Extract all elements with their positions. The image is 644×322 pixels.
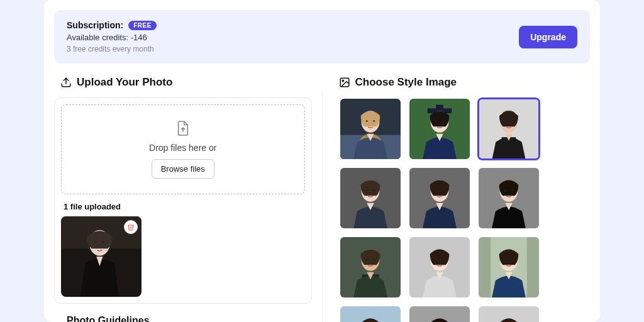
svg-point-37 <box>511 189 513 191</box>
style-option-1[interactable] <box>408 97 471 160</box>
svg-point-7 <box>342 80 343 81</box>
plan-badge: FREE <box>128 21 157 30</box>
style-option-6[interactable] <box>339 236 402 299</box>
subscription-label: Subscription: <box>67 20 123 30</box>
image-icon <box>339 77 350 88</box>
credits-note: 3 free credits every month <box>67 45 157 53</box>
svg-rect-50 <box>526 237 538 297</box>
credits-text: Available credits: -146 <box>67 33 157 42</box>
svg-point-28 <box>365 189 367 191</box>
uploaded-count-label: 1 file uploaded <box>64 202 303 211</box>
svg-point-36 <box>504 189 506 191</box>
style-grid <box>333 97 591 322</box>
svg-point-47 <box>442 258 444 260</box>
file-upload-icon <box>176 120 190 136</box>
svg-point-24 <box>504 121 506 122</box>
svg-point-52 <box>504 258 506 260</box>
upload-title-text: Upload Your Photo <box>77 76 172 89</box>
style-option-3[interactable] <box>339 167 402 230</box>
svg-point-33 <box>442 189 444 191</box>
style-option-2[interactable] <box>477 97 540 160</box>
photo-guidelines-heading: Photo Guidelines <box>54 304 312 322</box>
svg-point-12 <box>365 120 367 121</box>
svg-point-5 <box>103 242 105 243</box>
column-divider <box>322 92 323 322</box>
style-panel-title: Choose Style Image <box>333 74 591 97</box>
upgrade-button[interactable]: Upgrade <box>519 26 577 48</box>
svg-point-46 <box>435 258 436 260</box>
drop-text: Drop files here or <box>149 143 216 153</box>
upload-box: Drop files here or Browse files 1 file u… <box>54 97 312 304</box>
browse-files-button[interactable]: Browse files <box>152 159 214 179</box>
svg-rect-16 <box>436 105 443 111</box>
svg-point-19 <box>442 120 444 121</box>
svg-rect-49 <box>479 237 491 297</box>
style-option-4[interactable] <box>408 167 471 230</box>
svg-point-53 <box>511 258 513 260</box>
svg-point-13 <box>373 120 375 121</box>
dropzone[interactable]: Drop files here or Browse files <box>61 104 305 194</box>
subscription-banner: Subscription: FREE Available credits: -1… <box>54 10 590 64</box>
style-option-11[interactable] <box>477 305 540 322</box>
upload-panel-title: Upload Your Photo <box>54 74 312 97</box>
svg-point-32 <box>435 189 436 191</box>
svg-point-42 <box>365 258 367 260</box>
delete-upload-button[interactable] <box>124 220 138 234</box>
svg-point-29 <box>373 189 375 191</box>
style-option-5[interactable] <box>477 167 540 230</box>
style-option-0[interactable] <box>339 97 402 160</box>
style-option-9[interactable] <box>339 305 402 322</box>
svg-point-43 <box>373 258 375 260</box>
upload-icon <box>60 77 72 88</box>
style-title-text: Choose Style Image <box>355 76 457 89</box>
style-option-7[interactable] <box>408 236 471 299</box>
svg-point-4 <box>94 242 97 243</box>
uploaded-thumbnail[interactable] <box>61 216 142 297</box>
svg-point-25 <box>511 121 513 122</box>
svg-point-18 <box>435 120 436 121</box>
style-option-10[interactable] <box>408 305 471 322</box>
style-option-8[interactable] <box>477 236 540 299</box>
